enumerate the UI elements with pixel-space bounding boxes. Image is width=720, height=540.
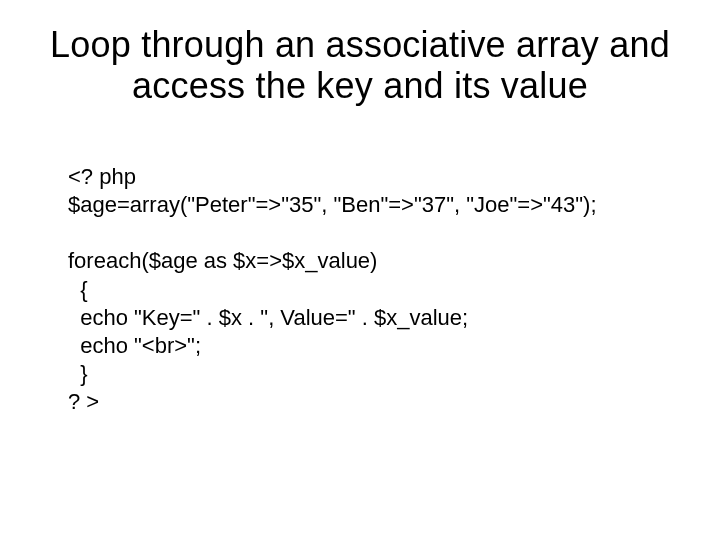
code-line: } (68, 361, 88, 386)
slide: Loop through an associative array and ac… (0, 0, 720, 540)
code-line: ? > (68, 389, 99, 414)
code-line: <? php (68, 164, 136, 189)
code-line: { (68, 277, 88, 302)
code-line: echo "Key=" . $x . ", Value=" . $x_value… (68, 305, 468, 330)
slide-title: Loop through an associative array and ac… (40, 24, 680, 107)
code-line: echo "<br>"; (68, 333, 201, 358)
code-line: foreach($age as $x=>$x_value) (68, 248, 377, 273)
code-block: <? php $age=array("Peter"=>"35", "Ben"=>… (40, 135, 680, 417)
code-line: $age=array("Peter"=>"35", "Ben"=>"37", "… (68, 192, 597, 217)
